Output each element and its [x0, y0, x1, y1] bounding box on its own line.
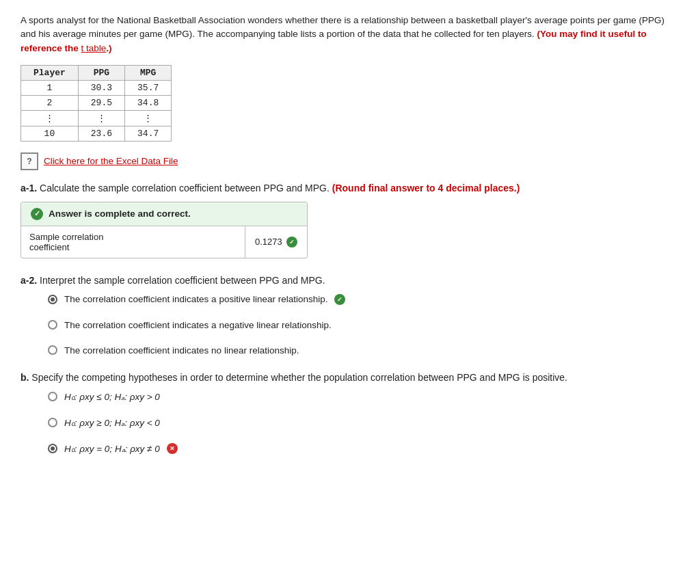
value-check-icon — [286, 237, 297, 248]
option-text: The correlation coefficient indicates a … — [64, 294, 327, 304]
data-table: Player PPG MPG 130.335.7229.534.8⋮⋮⋮1023… — [21, 65, 172, 142]
col-header-ppg: PPG — [78, 65, 124, 80]
table-cell: 1 — [21, 80, 79, 95]
b-label: b. — [21, 372, 29, 383]
intro-paragraph: A sports analyst for the National Basket… — [21, 14, 679, 55]
answer-banner: Answer is complete and correct. — [21, 202, 307, 226]
table-cell: ⋮ — [78, 110, 124, 126]
excel-data-link[interactable]: Click here for the Excel Data File — [44, 156, 178, 166]
radio-circle[interactable] — [48, 392, 57, 401]
option-text: H₀: ρxy ≥ 0; Hₐ: ρxy < 0 — [64, 417, 160, 428]
row-value: 0.1273 — [245, 226, 307, 258]
b-option-0[interactable]: H₀: ρxy ≤ 0; Hₐ: ρxy > 0 — [48, 391, 679, 402]
option-text: The correlation coefficient indicates no… — [64, 345, 299, 356]
table-cell: 29.5 — [78, 95, 124, 110]
table-cell: 2 — [21, 95, 79, 110]
table-cell: 30.3 — [78, 80, 124, 95]
b-radio-group: H₀: ρxy ≤ 0; Hₐ: ρxy > 0H₀: ρxy ≥ 0; Hₐ:… — [48, 391, 679, 454]
table-cell: 34.8 — [125, 95, 172, 110]
a1-label: a-1. — [21, 183, 37, 193]
table-row: 130.335.7 — [21, 80, 172, 95]
col-header-player: Player — [21, 65, 79, 80]
b-option-2[interactable]: H₀: ρxy = 0; Hₐ: ρxy ≠ 0 — [48, 443, 679, 454]
intro-bold-suffix: .) — [106, 43, 111, 53]
b-question: b. Specify the competing hypotheses in o… — [21, 372, 679, 383]
a2-option-1[interactable]: The correlation coefficient indicates a … — [48, 320, 679, 330]
a2-text: Interpret the sample correlation coeffic… — [40, 275, 325, 286]
table-row: ⋮⋮⋮ — [21, 110, 172, 126]
radio-circle[interactable] — [48, 345, 57, 355]
a1-answer-box: Answer is complete and correct. Sample c… — [21, 202, 308, 258]
table-row: 229.534.8 — [21, 95, 172, 110]
b-option-1[interactable]: H₀: ρxy ≥ 0; Hₐ: ρxy < 0 — [48, 417, 679, 428]
table-row: 1023.634.7 — [21, 126, 172, 141]
answer-row: Sample correlationcoefficient 0.1273 — [21, 226, 307, 258]
excel-icon[interactable]: ? — [21, 152, 38, 170]
radio-circle[interactable] — [48, 320, 57, 330]
table-cell: ⋮ — [125, 110, 172, 126]
radio-circle[interactable] — [48, 418, 57, 427]
banner-text: Answer is complete and correct. — [49, 209, 191, 219]
a2-question: a-2. Interpret the sample correlation co… — [21, 275, 679, 286]
option-text: The correlation coefficient indicates a … — [64, 320, 332, 330]
incorrect-icon — [167, 443, 178, 454]
table-cell: ⋮ — [21, 110, 79, 126]
t-table-link[interactable]: t table — [81, 43, 107, 53]
excel-link-row: ? Click here for the Excel Data File — [21, 152, 679, 170]
radio-circle[interactable] — [48, 444, 57, 453]
table-cell: 35.7 — [125, 80, 172, 95]
a2-radio-group: The correlation coefficient indicates a … — [48, 294, 679, 356]
row-label: Sample correlationcoefficient — [21, 226, 245, 258]
radio-circle[interactable] — [48, 295, 57, 304]
b-text: Specify the competing hypotheses in orde… — [31, 372, 567, 383]
table-cell: 23.6 — [78, 126, 124, 141]
option-text: H₀: ρxy ≤ 0; Hₐ: ρxy > 0 — [64, 391, 160, 402]
correlation-value: 0.1273 — [255, 237, 282, 247]
correct-icon — [334, 294, 345, 305]
a2-option-2[interactable]: The correlation coefficient indicates no… — [48, 345, 679, 356]
a1-text: Calculate the sample correlation coeffic… — [40, 183, 329, 193]
banner-check-icon — [31, 208, 43, 220]
a1-question: a-1. Calculate the sample correlation co… — [21, 183, 679, 193]
table-cell: 10 — [21, 126, 79, 141]
table-cell: 34.7 — [125, 126, 172, 141]
a1-bold: (Round final answer to 4 decimal places.… — [332, 183, 520, 193]
a2-option-0[interactable]: The correlation coefficient indicates a … — [48, 294, 679, 305]
col-header-mpg: MPG — [125, 65, 172, 80]
option-text: H₀: ρxy = 0; Hₐ: ρxy ≠ 0 — [64, 443, 160, 454]
a2-label: a-2. — [21, 275, 37, 286]
